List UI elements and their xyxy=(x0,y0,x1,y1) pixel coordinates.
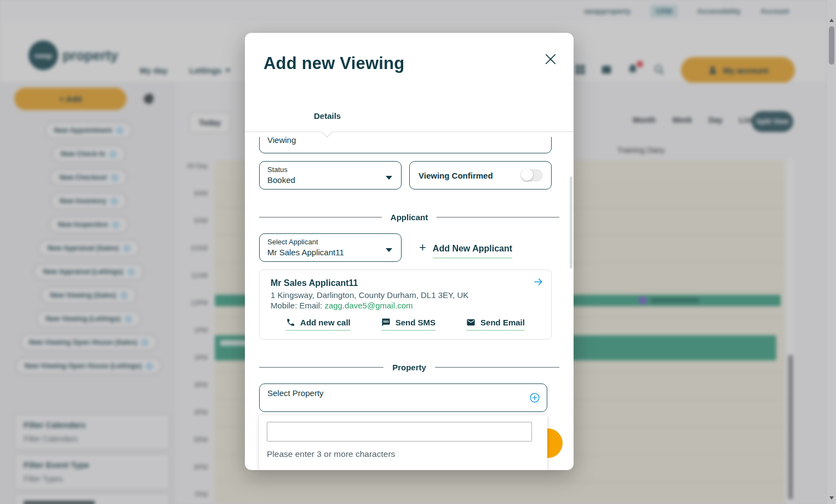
viewing-type-field[interactable]: Viewing xyxy=(259,137,552,153)
status-value: Booked xyxy=(267,175,393,185)
property-search-dropdown: Please enter 3 or more characters xyxy=(259,415,547,470)
select-property-field[interactable]: Select Property xyxy=(259,383,547,412)
applicant-email-link[interactable]: zagg.dave5@gmail.com xyxy=(324,301,413,310)
applicant-address: 1 Kingsway, Darlington, County Durham, D… xyxy=(271,290,540,300)
add-new-call-label: Add new call xyxy=(300,318,351,327)
viewing-confirmed-label: Viewing Confirmed xyxy=(419,171,522,180)
add-new-call-button[interactable]: Add new call xyxy=(286,318,351,331)
svg-text:SMS: SMS xyxy=(383,320,388,323)
select-applicant-dropdown[interactable]: Select Applicant Mr Sales Applicant11 xyxy=(259,233,402,262)
applicant-section-header: Applicant xyxy=(259,213,559,221)
property-search-input[interactable] xyxy=(267,422,532,442)
page-scrollbar[interactable] xyxy=(827,0,836,504)
viewing-confirmed-toggle[interactable] xyxy=(522,169,542,181)
chevron-down-icon xyxy=(386,248,392,252)
applicant-name: Mr Sales Applicant11 xyxy=(271,278,540,288)
send-sms-label: Send SMS xyxy=(396,318,436,327)
arrow-right-icon[interactable] xyxy=(533,277,543,287)
applicant-section-label: Applicant xyxy=(382,213,437,222)
toggle-knob xyxy=(521,169,533,181)
contact-prefix: Mobile: Email: xyxy=(271,301,322,310)
phone-icon xyxy=(286,318,295,327)
modal-title: Add new Viewing xyxy=(264,54,404,73)
chevron-down-icon xyxy=(386,176,392,180)
plus-icon: + xyxy=(419,240,426,255)
scroll-down-arrow-icon[interactable] xyxy=(829,496,834,500)
plus-circle-icon[interactable] xyxy=(529,392,540,403)
send-sms-button[interactable]: SMS Send SMS xyxy=(381,318,436,331)
sms-icon: SMS xyxy=(381,318,391,327)
property-search-hint: Please enter 3 or more characters xyxy=(267,449,395,459)
viewing-type-value: Viewing xyxy=(267,137,296,145)
add-new-applicant-button[interactable]: + Add New Applicant xyxy=(419,240,512,259)
add-new-applicant-label: Add New Applicant xyxy=(433,244,512,259)
tab-divider xyxy=(245,131,574,132)
send-email-button[interactable]: Send Email xyxy=(466,318,525,331)
property-section-header: Property xyxy=(259,363,559,371)
tab-details[interactable]: Details xyxy=(314,111,341,121)
select-property-label: Select Property xyxy=(260,388,547,398)
property-section-label: Property xyxy=(383,363,435,372)
send-email-label: Send Email xyxy=(480,318,525,327)
modal-body: Viewing Status Booked Viewing Confirmed … xyxy=(245,137,574,470)
viewing-confirmed-field: Viewing Confirmed xyxy=(409,161,552,190)
status-select[interactable]: Status Booked xyxy=(259,161,402,190)
select-applicant-value: Mr Sales Applicant11 xyxy=(267,248,393,257)
close-icon[interactable] xyxy=(541,49,560,69)
tab-notch xyxy=(322,127,333,138)
page-scrollbar-thumb[interactable] xyxy=(829,26,834,65)
add-new-viewing-modal: Add new Viewing Details Viewing Status B… xyxy=(245,33,574,470)
scroll-up-arrow-icon[interactable] xyxy=(829,19,834,22)
applicant-card: Mr Sales Applicant11 1 Kingsway, Darling… xyxy=(259,270,552,340)
email-icon xyxy=(466,318,476,327)
status-label: Status xyxy=(267,165,393,174)
applicant-contact: Mobile: Email: zagg.dave5@gmail.com xyxy=(271,300,540,311)
select-applicant-label: Select Applicant xyxy=(267,238,393,246)
applicant-actions: Add new call SMS Send SMS Send Email xyxy=(271,318,540,331)
